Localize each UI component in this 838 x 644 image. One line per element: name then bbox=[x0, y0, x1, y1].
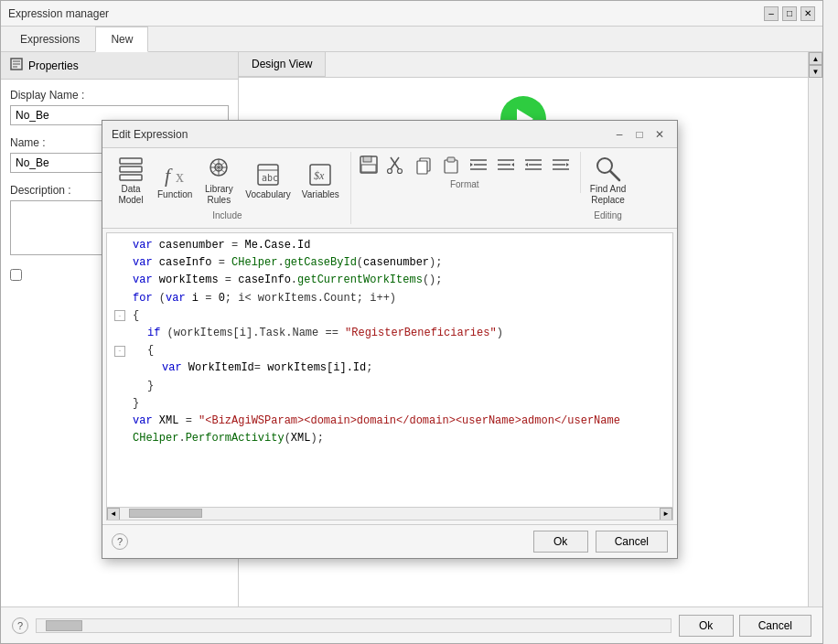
minimize-button[interactable]: – bbox=[764, 6, 779, 21]
dialog-minimize-button[interactable]: – bbox=[611, 127, 628, 142]
code-text-2: var caseInfo = CHelper.getCaseById(casen… bbox=[133, 254, 665, 272]
toolbar-paste[interactable] bbox=[439, 152, 463, 177]
find-replace-label: Find AndReplace bbox=[590, 184, 626, 206]
code-text-5: { bbox=[133, 307, 665, 325]
code-line-6: if (workItems[i].Task.Name == "RegisterB… bbox=[114, 325, 665, 342]
library-rules-label: LibraryRules bbox=[205, 184, 233, 206]
maximize-button[interactable]: □ bbox=[782, 6, 797, 21]
data-model-icon bbox=[116, 155, 145, 184]
code-line-2: var caseInfo = CHelper.getCaseById(casen… bbox=[114, 254, 665, 272]
code-text-10: } bbox=[133, 395, 665, 413]
dialog-cancel-button[interactable]: Cancel bbox=[596, 531, 668, 553]
function-label: Function bbox=[157, 189, 192, 200]
dialog-ok-button[interactable]: Ok bbox=[533, 531, 588, 553]
svg-point-25 bbox=[387, 169, 392, 174]
expression-manager-window: Expression manager – □ ✕ Expressions New… bbox=[0, 0, 823, 644]
app-cancel-button[interactable]: Cancel bbox=[739, 615, 811, 637]
hscroll-left-btn[interactable]: ◄ bbox=[107, 508, 120, 521]
toolbar-indent-2[interactable] bbox=[494, 152, 518, 177]
dialog-bottom-left: ? bbox=[112, 533, 128, 550]
code-text-8: var WorkItemId= workItems[i].Id; bbox=[133, 360, 665, 377]
dialog-bottom-right: Ok Cancel bbox=[533, 531, 668, 553]
edit-expression-dialog[interactable]: Edit Expression – □ ✕ bbox=[102, 120, 678, 559]
toolbar-outdent-1[interactable] bbox=[521, 152, 545, 177]
toolbar-group-editing: Find AndReplace Editing bbox=[583, 152, 637, 224]
dialog-controls: – □ ✕ bbox=[611, 127, 668, 142]
hscroll-right-btn[interactable]: ► bbox=[660, 508, 672, 521]
svg-rect-22 bbox=[361, 165, 376, 172]
collapse-btn-5[interactable]: - bbox=[114, 310, 125, 321]
checkbox-1[interactable] bbox=[10, 269, 22, 281]
design-view-tab[interactable]: Design View bbox=[239, 52, 326, 77]
code-text-6: if (workItems[i].Task.Name == "RegisterB… bbox=[133, 325, 665, 342]
vocabulary-label: Vocabulary bbox=[245, 189, 290, 200]
format-group-label: Format bbox=[450, 179, 479, 189]
tab-new[interactable]: New bbox=[95, 27, 148, 52]
toolbar-function[interactable]: f x Function bbox=[154, 157, 196, 203]
svg-marker-38 bbox=[511, 163, 514, 166]
code-line-11: var XML = "<BizAgiWSParam><domain>domain… bbox=[114, 413, 665, 430]
right-scrollbar[interactable]: ▲ ▼ bbox=[808, 52, 822, 643]
dialog-close-button[interactable]: ✕ bbox=[651, 127, 668, 142]
vocabulary-icon: abc bbox=[253, 160, 283, 189]
hscroll-track[interactable] bbox=[120, 508, 660, 520]
line-gutter-5: - bbox=[114, 310, 129, 321]
svg-rect-28 bbox=[417, 161, 427, 174]
close-button[interactable]: ✕ bbox=[800, 6, 815, 21]
toolbar-format-items bbox=[357, 152, 573, 177]
code-line-10: } bbox=[114, 395, 665, 413]
toolbar-save[interactable] bbox=[357, 152, 381, 177]
svg-marker-42 bbox=[525, 163, 528, 166]
code-line-3: var workItems = caseInfo.getCurrentWorkI… bbox=[114, 272, 665, 289]
editing-group-label: Editing bbox=[594, 210, 622, 220]
code-editor[interactable]: var casenumber = Me.Case.Id var caseInfo… bbox=[106, 232, 673, 521]
dialog-help-icon[interactable]: ? bbox=[112, 533, 128, 550]
dialog-title: Edit Expression bbox=[112, 128, 188, 141]
code-text-11: var XML = "<BizAgiWSParam><domain>domain… bbox=[133, 413, 665, 430]
cut-icon bbox=[386, 155, 406, 175]
svg-rect-6 bbox=[120, 175, 142, 180]
variables-label: Variables bbox=[302, 189, 339, 200]
find-replace-icon bbox=[594, 155, 623, 184]
dialog-maximize-button[interactable]: □ bbox=[631, 127, 648, 142]
svg-rect-21 bbox=[363, 156, 371, 162]
toolbar-data-model[interactable]: DataModel bbox=[112, 152, 150, 209]
svg-point-26 bbox=[397, 169, 402, 174]
toolbar-outdent-2[interactable] bbox=[549, 152, 573, 177]
app-help-icon[interactable]: ? bbox=[12, 617, 28, 634]
save-icon bbox=[359, 155, 379, 175]
code-text-12: CHelper.PerformActivity(XML); bbox=[133, 430, 665, 447]
svg-marker-34 bbox=[470, 163, 473, 166]
svg-text:$x: $x bbox=[314, 169, 325, 182]
paste-icon bbox=[441, 155, 461, 175]
svg-text:f: f bbox=[165, 164, 173, 187]
tab-expressions[interactable]: Expressions bbox=[5, 27, 95, 51]
toolbar-group-include: DataModel f x Function bbox=[108, 152, 351, 224]
hscroll-thumb[interactable] bbox=[129, 509, 202, 518]
toolbar-cut[interactable] bbox=[384, 152, 408, 177]
toolbar-copy[interactable] bbox=[412, 152, 435, 177]
code-line-1: var casenumber = Me.Case.Id bbox=[114, 237, 665, 254]
code-content[interactable]: var casenumber = Me.Case.Id var caseInfo… bbox=[107, 233, 672, 507]
app-ok-button[interactable]: Ok bbox=[679, 615, 734, 637]
toolbar-find-replace[interactable]: Find AndReplace bbox=[586, 152, 629, 209]
toolbar-variables[interactable]: $x Variables bbox=[298, 157, 343, 203]
code-text-3: var workItems = caseInfo.getCurrentWorkI… bbox=[133, 272, 665, 289]
toolbar-vocabulary[interactable]: abc Vocabulary bbox=[242, 157, 294, 203]
toolbar-include-items: DataModel f x Function bbox=[112, 152, 343, 209]
svg-rect-4 bbox=[120, 158, 142, 164]
svg-text:x: x bbox=[176, 167, 184, 186]
outdent-1-icon bbox=[523, 155, 543, 175]
tab-bar: Expressions New bbox=[1, 27, 822, 52]
indent-1-icon bbox=[468, 155, 489, 175]
function-icon: f x bbox=[160, 160, 189, 189]
toolbar-indent-1[interactable] bbox=[467, 152, 490, 177]
collapse-btn-7[interactable]: - bbox=[114, 346, 125, 357]
line-gutter-7: - bbox=[114, 346, 129, 357]
data-model-label: DataModel bbox=[118, 184, 143, 206]
code-hscrollbar[interactable]: ◄ ► bbox=[107, 507, 672, 520]
code-line-7: - { bbox=[114, 342, 665, 360]
variables-icon: $x bbox=[306, 160, 335, 189]
code-line-4: for (var i = 0; i< workItems.Count; i++) bbox=[114, 290, 665, 307]
toolbar-library-rules[interactable]: LibraryRules bbox=[199, 152, 238, 209]
